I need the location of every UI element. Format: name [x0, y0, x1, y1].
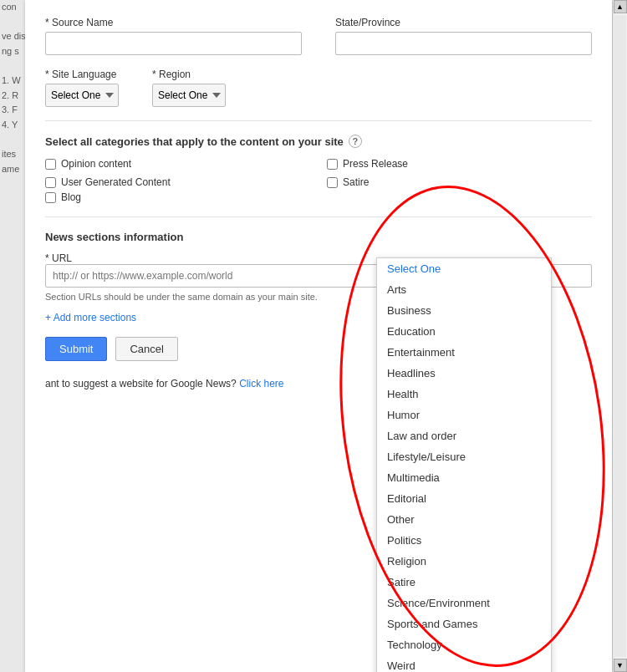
site-language-select[interactable]: Select One: [45, 84, 119, 107]
state-province-input[interactable]: [335, 32, 592, 55]
dropdown-item-other[interactable]: Other: [377, 509, 551, 530]
language-region-row: * Site Language Select One * Region Sele…: [45, 69, 592, 107]
checkboxes-grid: Opinion content Press Release User Gener…: [45, 158, 592, 188]
divider-1: [45, 120, 592, 121]
source-name-group: * Source Name: [45, 17, 302, 55]
checkbox-blog-label: Blog: [61, 191, 81, 203]
source-name-input[interactable]: [45, 32, 302, 55]
checkbox-press-release-input[interactable]: [327, 159, 338, 170]
dropdown-item-sports[interactable]: Sports and Games: [377, 613, 551, 634]
categories-heading: Select all categories that apply to the …: [45, 135, 592, 148]
region-label: * Region: [152, 69, 226, 80]
region-select[interactable]: Select One: [152, 84, 226, 107]
dropdown-item-headlines[interactable]: Headlines: [377, 363, 551, 384]
main-panel: * Source Name State/Province * Site Lang…: [25, 0, 612, 672]
dropdown-item-business[interactable]: Business: [377, 300, 551, 321]
region-group: * Region Select One: [152, 69, 226, 107]
checkbox-opinion: Opinion content: [45, 158, 310, 170]
dropdown-item-weird[interactable]: Weird: [377, 655, 551, 672]
dropdown-item-satire[interactable]: Satire: [377, 572, 551, 593]
left-bg-text: con ve dis ng s 1. W 2. R 3. F 4. Y ites…: [2, 0, 26, 176]
scrollbar-down-arrow[interactable]: ▼: [614, 659, 627, 672]
dropdown-item-entertainment[interactable]: Entertainment: [377, 342, 551, 363]
dropdown-item-science[interactable]: Science/Environment: [377, 593, 551, 613]
page-wrapper: con ve dis ng s 1. W 2. R 3. F 4. Y ites…: [0, 0, 627, 672]
checkbox-user-generated-label: User Generated Content: [61, 176, 171, 188]
dropdown-item-multimedia[interactable]: Multimedia: [377, 467, 551, 488]
dropdown-item-select_one[interactable]: Select One: [377, 258, 551, 279]
checkbox-satire: Satire: [327, 176, 592, 188]
sections-heading: News sections information: [45, 231, 592, 243]
checkbox-satire-input[interactable]: [327, 177, 338, 188]
dropdown-item-education[interactable]: Education: [377, 321, 551, 342]
state-province-label: State/Province: [335, 17, 592, 28]
source-name-label: * Source Name: [45, 17, 302, 28]
checkbox-opinion-label: Opinion content: [61, 158, 131, 170]
left-background: con ve dis ng s 1. W 2. R 3. F 4. Y ites…: [0, 0, 25, 672]
dropdown-item-religion[interactable]: Religion: [377, 551, 551, 572]
state-province-group: State/Province: [335, 17, 592, 55]
dropdown-item-politics[interactable]: Politics: [377, 530, 551, 551]
divider-2: [45, 216, 592, 217]
checkbox-user-generated-input[interactable]: [45, 177, 56, 188]
scrollbar-track: [614, 15, 626, 657]
dropdown-overlay: Select OneArtsBusinessEducationEntertain…: [376, 257, 552, 672]
click-here-link[interactable]: Click here: [239, 378, 283, 389]
checkbox-user-generated: User Generated Content: [45, 176, 310, 188]
checkbox-opinion-input[interactable]: [45, 159, 56, 170]
dropdown-item-law_and_order[interactable]: Law and order: [377, 425, 551, 446]
checkbox-blog-input[interactable]: [45, 192, 56, 203]
checkbox-satire-label: Satire: [343, 176, 369, 188]
dropdown-item-lifestyle[interactable]: Lifestyle/Leisure: [377, 446, 551, 467]
dropdown-item-humor[interactable]: Humor: [377, 405, 551, 425]
dropdown-item-arts[interactable]: Arts: [377, 279, 551, 300]
checkbox-press-release: Press Release: [327, 158, 592, 170]
right-scrollbar: ▲ ▼: [612, 0, 627, 672]
submit-button[interactable]: Submit: [45, 337, 107, 361]
dropdown-item-editorial[interactable]: Editorial: [377, 488, 551, 509]
dropdown-item-technology[interactable]: Technology: [377, 634, 551, 655]
checkbox-blog-row: Blog: [45, 191, 592, 203]
categories-section: Select all categories that apply to the …: [45, 135, 592, 203]
cancel-button[interactable]: Cancel: [115, 337, 177, 361]
site-language-label: * Site Language: [45, 69, 119, 80]
site-language-group: * Site Language Select One: [45, 69, 119, 107]
source-name-row: * Source Name State/Province: [45, 17, 592, 55]
help-icon[interactable]: ?: [349, 135, 362, 148]
url-label: * URL: [45, 252, 72, 264]
scrollbar-up-arrow[interactable]: ▲: [614, 0, 627, 13]
dropdown-item-health[interactable]: Health: [377, 384, 551, 405]
suggest-text: ant to suggest a website for Google News…: [45, 378, 237, 389]
checkbox-press-release-label: Press Release: [343, 158, 408, 170]
dropdown-list: Select OneArtsBusinessEducationEntertain…: [377, 258, 551, 672]
